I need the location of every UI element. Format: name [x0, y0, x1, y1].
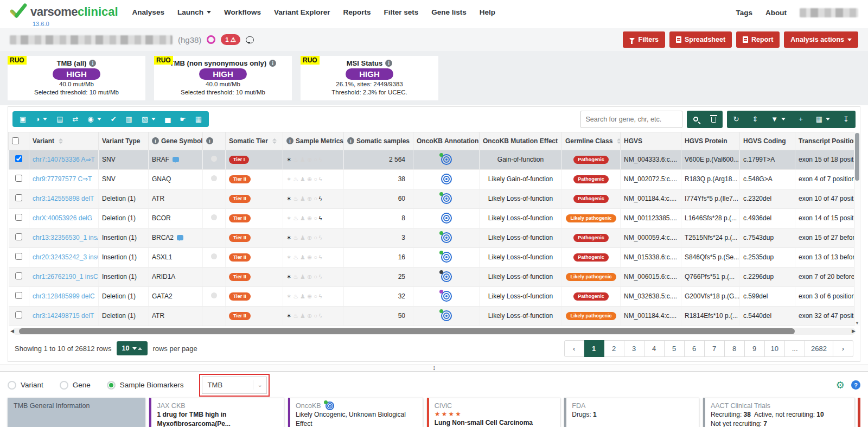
sort-icon[interactable]: [272, 138, 277, 144]
user-name-redacted[interactable]: [800, 8, 858, 17]
pipette-icon[interactable]: ♨: [293, 293, 300, 299]
page-button-3[interactable]: 3: [624, 340, 644, 357]
nav-item-analyses[interactable]: Analyses: [132, 8, 164, 16]
gene-comment-icon[interactable]: [173, 157, 179, 162]
search-input[interactable]: [580, 111, 682, 128]
col-header-transcript-position[interactable]: Transcript Position: [795, 132, 860, 150]
horizontal-scrollbar[interactable]: ◀ ▶: [12, 328, 856, 335]
excel-file-icon[interactable]: ▥: [126, 116, 132, 123]
pipette-icon[interactable]: ♨: [293, 195, 300, 202]
germline-badge[interactable]: Pathogenic: [573, 234, 609, 242]
pipette-icon[interactable]: ♨: [293, 176, 300, 182]
col-header-sample-metrics[interactable]: iSample Metrics: [283, 132, 344, 150]
oncokb-target-icon[interactable]: [441, 310, 452, 321]
circle-icon[interactable]: ○: [314, 234, 319, 241]
star-icon[interactable]: ✶: [286, 234, 293, 241]
comments-bubble-icon[interactable]: [246, 36, 254, 43]
contrast-menu-icon[interactable]: ◑: [35, 116, 47, 123]
row-checkbox[interactable]: [15, 194, 22, 201]
clear-search-button[interactable]: [705, 111, 723, 128]
info-icon[interactable]: i: [269, 60, 276, 67]
biomarker-select[interactable]: TMB ⌄: [202, 377, 267, 394]
row-checkbox[interactable]: [15, 233, 22, 240]
germline-badge[interactable]: Likely pathogenic: [566, 214, 616, 222]
pointer-icon[interactable]: ☛: [180, 116, 186, 123]
pipette-icon[interactable]: ♨: [293, 215, 300, 221]
col-header-somatic-samples[interactable]: iSomatic samples: [344, 132, 413, 150]
col-header-hgvs-coding[interactable]: HGVS Coding: [740, 132, 795, 150]
radio-sample-biomarkers[interactable]: Sample Biomarkers: [107, 381, 184, 390]
variant-link[interactable]: chr7:140753336 A⇒T: [33, 156, 95, 163]
tier-badge[interactable]: Tier II: [229, 312, 251, 320]
oncokb-card[interactable]: OncoKBLikely Oncogenic, Unknown Biologic…: [288, 398, 423, 427]
variant-link[interactable]: chr3:142555898 delT: [33, 195, 94, 202]
oncokb-target-icon[interactable]: [441, 154, 452, 165]
col-header-variant[interactable]: Variant: [29, 132, 99, 150]
info-icon[interactable]: i: [152, 137, 159, 144]
variant-link[interactable]: chr3:128485999 delC: [33, 292, 95, 300]
page-button-2682[interactable]: 2682: [805, 340, 833, 357]
page-size-dropdown[interactable]: 10: [117, 341, 148, 355]
globe-icon[interactable]: ⊕: [307, 156, 314, 163]
tier-badge[interactable]: Tier II: [229, 253, 251, 262]
col-header-hgvs-protein[interactable]: HGVS Protein: [681, 132, 740, 150]
annotation-menu-icon[interactable]: ◉: [87, 116, 101, 123]
waveform-icon[interactable]: ϟ: [319, 195, 324, 202]
download-icon[interactable]: ↧: [837, 111, 856, 128]
info-icon[interactable]: i: [89, 60, 96, 67]
varsome-check-icon[interactable]: ✔: [111, 116, 117, 123]
waveform-icon[interactable]: ϟ: [319, 156, 324, 163]
oncokb-target-icon[interactable]: [441, 232, 452, 243]
page-button-4[interactable]: 4: [644, 340, 665, 357]
star-icon[interactable]: ✶: [286, 254, 293, 260]
variant-link[interactable]: chr13:32356530_1 insA: [33, 234, 99, 241]
variant-link[interactable]: chr9:77797577 C⇒T: [33, 175, 92, 183]
person-icon[interactable]: ♟: [300, 293, 307, 299]
oncokb-target-icon[interactable]: [441, 193, 452, 204]
pipette-icon[interactable]: ♨: [293, 273, 300, 280]
aact-card[interactable]: AACT Clinical TrialsRecruiting: 38 Activ…: [703, 398, 855, 427]
pipette-icon[interactable]: ♨: [293, 234, 300, 241]
globe-icon[interactable]: ⊕: [307, 273, 314, 280]
globe-icon[interactable]: ⊕: [307, 176, 314, 182]
compare-icon[interactable]: ⇄: [72, 116, 78, 123]
info-icon[interactable]: i: [286, 137, 293, 144]
filter-menu-icon[interactable]: ▼: [764, 111, 792, 128]
globe-icon[interactable]: ⊕: [307, 313, 314, 319]
col-header-gene-symbol[interactable]: iGene Symbol: [149, 132, 203, 150]
star-icon[interactable]: ✶: [286, 176, 293, 182]
filters-button[interactable]: Filters: [623, 31, 666, 48]
col-header-oncokb-mutation-effect[interactable]: OncoKB Mutation Effect: [480, 132, 562, 150]
nav-item-help[interactable]: Help: [480, 8, 495, 16]
row-checkbox[interactable]: [15, 311, 22, 318]
tier-badge[interactable]: Tier II: [229, 273, 251, 281]
pipette-icon[interactable]: ♨: [293, 313, 300, 319]
globe-icon[interactable]: ⊕: [307, 234, 314, 241]
waveform-icon[interactable]: ϟ: [319, 254, 324, 260]
page-button-8[interactable]: 8: [725, 340, 745, 357]
row-checkbox[interactable]: [15, 253, 22, 260]
circle-icon[interactable]: ○: [314, 254, 319, 260]
chart-icon[interactable]: ▅: [165, 116, 170, 123]
copy-icon[interactable]: ▣: [20, 116, 26, 123]
waveform-icon[interactable]: ϟ: [319, 176, 324, 182]
sample-status-ring-icon[interactable]: [207, 35, 215, 44]
col-header-oncokb-annotation[interactable]: OncoKB Annotation: [413, 132, 480, 150]
germline-badge[interactable]: Likely pathogenic: [566, 312, 616, 320]
warning-count-badge[interactable]: 1 ⚠: [221, 34, 240, 45]
circle-icon[interactable]: ○: [314, 176, 319, 182]
circle-icon[interactable]: ○: [314, 156, 319, 163]
page-button-6[interactable]: 6: [685, 340, 705, 357]
page-button-‹[interactable]: ‹: [564, 340, 584, 357]
search-button[interactable]: [687, 111, 705, 128]
globe-icon[interactable]: ⊕: [307, 195, 314, 202]
scroll-left-arrow-icon[interactable]: ◀: [10, 328, 14, 335]
person-icon[interactable]: ♟: [300, 273, 307, 280]
star-icon[interactable]: ✶: [286, 273, 293, 280]
pipette-icon[interactable]: ♨: [293, 156, 300, 163]
nav-item-workflows[interactable]: Workflows: [224, 8, 261, 16]
analysis-actions-button[interactable]: Analysis actions: [784, 31, 858, 48]
col-header-germline-class[interactable]: Germline Class: [562, 132, 621, 150]
person-icon[interactable]: ♟: [300, 176, 307, 182]
waveform-icon[interactable]: ϟ: [319, 215, 324, 221]
